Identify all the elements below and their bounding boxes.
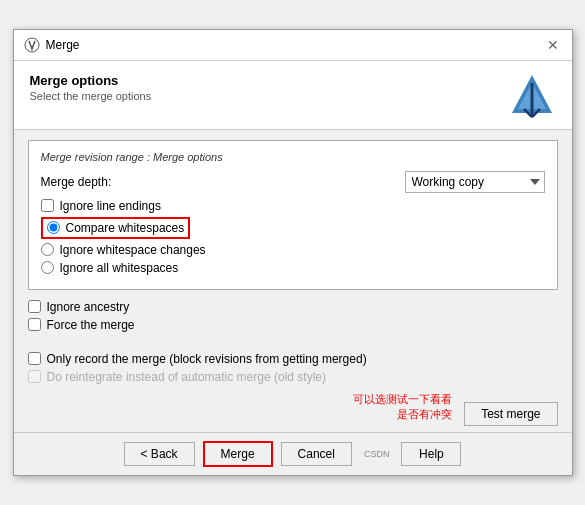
merge-button[interactable]: Merge: [203, 441, 273, 467]
bottom-section: Only record the merge (block revisions f…: [14, 352, 572, 433]
ignore-line-endings-checkbox[interactable]: [41, 199, 54, 212]
ignore-ancestry-label[interactable]: Ignore ancestry: [47, 300, 130, 314]
force-merge-label[interactable]: Force the merge: [47, 318, 135, 332]
record-merge-section: Only record the merge (block revisions f…: [28, 352, 558, 384]
compare-whitespaces-row: Compare whitespaces: [41, 217, 545, 239]
back-button[interactable]: < Back: [124, 442, 195, 466]
csdn-label: CSDN: [364, 449, 390, 459]
ignore-ancestry-row: Ignore ancestry: [28, 300, 558, 314]
footer: < Back Merge Cancel CSDN Help: [14, 432, 572, 475]
header-section: Merge options Select the merge options: [14, 61, 572, 130]
ignore-whitespace-changes-row: Ignore whitespace changes: [41, 243, 545, 257]
merge-title-icon: [24, 37, 40, 53]
compare-whitespaces-label[interactable]: Compare whitespaces: [66, 221, 185, 235]
merge-depth-label: Merge depth:: [41, 175, 171, 189]
force-merge-checkbox[interactable]: [28, 318, 41, 331]
compare-whitespaces-radio[interactable]: [47, 221, 60, 234]
merge-dialog: Merge ✕ Merge options Select the merge o…: [13, 29, 573, 477]
merge-options-box: Merge revision range : Merge options Mer…: [28, 140, 558, 290]
merge-depth-select[interactable]: Working copy Infinity Immediates Files E…: [405, 171, 545, 193]
merge-depth-dropdown-container: Working copy Infinity Immediates Files E…: [171, 171, 545, 193]
ignore-whitespace-changes-radio[interactable]: [41, 243, 54, 256]
title-bar: Merge ✕: [14, 30, 572, 61]
merge-depth-row: Merge depth: Working copy Infinity Immed…: [41, 171, 545, 193]
annotation-row: 可以选测试一下看看 是否有冲突 Test merge: [28, 392, 558, 427]
compare-whitespaces-highlight: Compare whitespaces: [41, 217, 191, 239]
test-merge-button[interactable]: Test merge: [464, 402, 557, 426]
window-title: Merge: [46, 38, 80, 52]
do-reintegrate-label: Do reintegrate instead of automatic merg…: [47, 370, 326, 384]
only-record-checkbox[interactable]: [28, 352, 41, 365]
force-merge-row: Force the merge: [28, 318, 558, 332]
do-reintegrate-checkbox: [28, 370, 41, 383]
header-text: Merge options Select the merge options: [30, 73, 152, 102]
annotation-text: 可以选测试一下看看 是否有冲突: [353, 392, 452, 423]
ignore-line-endings-label[interactable]: Ignore line endings: [60, 199, 161, 213]
title-bar-left: Merge: [24, 37, 80, 53]
ignore-ancestry-checkbox[interactable]: [28, 300, 41, 313]
annotation-line2: 是否有冲突: [397, 408, 452, 420]
header-subtitle: Select the merge options: [30, 90, 152, 102]
annotation-line1: 可以选测试一下看看: [353, 393, 452, 405]
ignore-line-endings-row: Ignore line endings: [41, 199, 545, 213]
ignore-all-whitespaces-label[interactable]: Ignore all whitespaces: [60, 261, 179, 275]
header-title: Merge options: [30, 73, 152, 88]
help-button[interactable]: Help: [401, 442, 461, 466]
cancel-button[interactable]: Cancel: [281, 442, 352, 466]
section-title: Merge revision range : Merge options: [41, 151, 545, 163]
ignore-all-whitespaces-row: Ignore all whitespaces: [41, 261, 545, 275]
only-record-label[interactable]: Only record the merge (block revisions f…: [47, 352, 367, 366]
close-button[interactable]: ✕: [544, 36, 562, 54]
only-record-row: Only record the merge (block revisions f…: [28, 352, 558, 366]
extra-options-section: Ignore ancestry Force the merge: [28, 300, 558, 332]
ignore-all-whitespaces-radio[interactable]: [41, 261, 54, 274]
ignore-whitespace-changes-label[interactable]: Ignore whitespace changes: [60, 243, 206, 257]
do-reintegrate-row: Do reintegrate instead of automatic merg…: [28, 370, 558, 384]
content-area: Merge revision range : Merge options Mer…: [14, 130, 572, 352]
app-logo: [508, 73, 556, 121]
